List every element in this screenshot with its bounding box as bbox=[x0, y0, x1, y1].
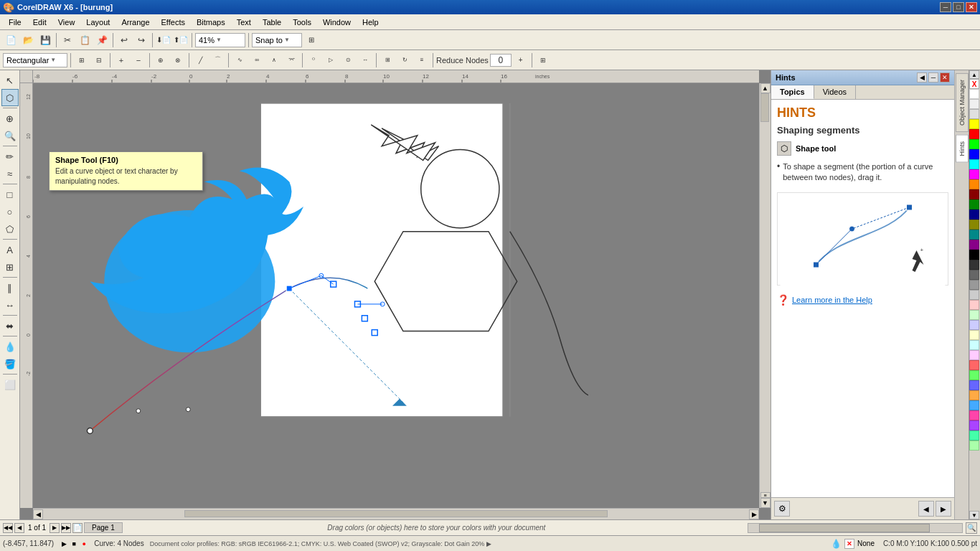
color-swatch-28[interactable] bbox=[969, 370, 979, 380]
color-swatch-22[interactable] bbox=[969, 310, 979, 320]
color-swatch-9[interactable] bbox=[969, 179, 979, 189]
undo-button[interactable]: ↩ bbox=[116, 32, 132, 48]
export-button[interactable]: ⬆📄 bbox=[173, 32, 189, 48]
hscroll-left-button[interactable]: ◀ bbox=[33, 509, 43, 519]
parallel-tool-button[interactable]: ∥ bbox=[1, 279, 19, 296]
blend-tool-button[interactable]: ⬌ bbox=[1, 317, 19, 334]
title-bar-controls[interactable]: ─ □ ✕ bbox=[940, 2, 977, 12]
hints-settings-button[interactable]: ⚙ bbox=[774, 501, 790, 517]
fill-tool-button[interactable]: 🪣 bbox=[1, 355, 19, 372]
hints-learn-more-link[interactable]: Learn more in the Help bbox=[792, 296, 872, 304]
color-swatch-33[interactable] bbox=[969, 420, 979, 430]
freehand-tool-button[interactable]: ✏ bbox=[1, 148, 19, 165]
color-swatch-21[interactable] bbox=[969, 300, 979, 310]
align-nodes-button[interactable]: ≡ bbox=[414, 52, 430, 68]
canvas-area[interactable]: -8 -6 -4 -2 0 2 4 6 8 bbox=[20, 70, 771, 519]
open-button[interactable]: 📂 bbox=[20, 32, 36, 48]
menu-item-tools[interactable]: Tools bbox=[287, 17, 317, 28]
close-button[interactable]: ✕ bbox=[966, 2, 977, 12]
color-swatch-23[interactable] bbox=[969, 320, 979, 330]
menu-item-help[interactable]: Help bbox=[357, 17, 385, 28]
scroll-down-button[interactable]: ▼ bbox=[760, 498, 771, 508]
record-btn[interactable]: ● bbox=[80, 540, 88, 548]
color-swatch-24[interactable] bbox=[969, 330, 979, 340]
copy-button[interactable]: 📋 bbox=[77, 32, 93, 48]
cusp-node-button[interactable]: ∧ bbox=[266, 52, 282, 68]
maximize-button[interactable]: □ bbox=[953, 2, 964, 12]
zoom-dropdown[interactable]: 41% ▼ bbox=[195, 33, 245, 47]
menu-item-file[interactable]: File bbox=[3, 17, 27, 28]
tab-videos[interactable]: Videos bbox=[814, 85, 856, 99]
color-swatch-20[interactable] bbox=[969, 290, 979, 300]
snap-options-button[interactable]: ⊞ bbox=[303, 32, 319, 48]
tab-topics[interactable]: Topics bbox=[771, 85, 814, 99]
color-swatch-13[interactable] bbox=[969, 220, 979, 230]
menu-item-edit[interactable]: Edit bbox=[27, 17, 52, 28]
hints-prev-button[interactable]: ◀ bbox=[918, 501, 934, 517]
vertical-scrollbar[interactable]: ▲ ≡ ▼ bbox=[759, 83, 771, 508]
color-swatch-31[interactable] bbox=[969, 400, 979, 410]
color-none[interactable]: X bbox=[969, 79, 979, 89]
menu-item-bitmaps[interactable]: Bitmaps bbox=[191, 17, 231, 28]
color-swatch-5[interactable] bbox=[969, 139, 979, 149]
page-prev-btn[interactable]: ◀ bbox=[14, 523, 24, 533]
rectangle-tool-button[interactable]: □ bbox=[1, 186, 19, 203]
color-swatch-3[interactable] bbox=[969, 119, 979, 129]
minimize-button[interactable]: ─ bbox=[940, 2, 951, 12]
redo-button[interactable]: ↪ bbox=[133, 32, 149, 48]
polygon-tool-button[interactable]: ⬠ bbox=[1, 220, 19, 237]
color-swatch-16[interactable] bbox=[969, 250, 979, 260]
color-swatch-27[interactable] bbox=[969, 360, 979, 370]
scroll-resize-handle[interactable]: ≡ bbox=[760, 492, 771, 498]
hints-next-button[interactable]: ▶ bbox=[936, 501, 951, 517]
outline-tool-button[interactable]: ⬜ bbox=[1, 376, 19, 393]
menu-item-text[interactable]: Text bbox=[231, 17, 257, 28]
save-button[interactable]: 💾 bbox=[37, 32, 53, 48]
add-page-btn[interactable]: 📄 bbox=[72, 523, 83, 533]
select-tool-button[interactable]: ↖ bbox=[1, 72, 19, 89]
select-shape-button[interactable]: ▷ bbox=[323, 52, 339, 68]
color-swatch-17[interactable] bbox=[969, 260, 979, 270]
hscroll-right-button[interactable]: ▶ bbox=[749, 509, 759, 519]
color-swatch-10[interactable] bbox=[969, 189, 979, 199]
shape-tool-button[interactable]: ⬡ bbox=[1, 89, 19, 106]
menu-item-effects[interactable]: Effects bbox=[156, 17, 191, 28]
color-swatch-25[interactable] bbox=[969, 340, 979, 350]
smartdraw-tool-button[interactable]: ≈ bbox=[1, 165, 19, 182]
palette-scroll-down[interactable]: ▼ bbox=[969, 511, 979, 519]
hscroll-inner-thumb[interactable] bbox=[759, 524, 930, 532]
color-swatch-34[interactable] bbox=[969, 430, 979, 441]
color-swatch-0[interactable] bbox=[969, 89, 979, 99]
menu-item-table[interactable]: Table bbox=[257, 17, 287, 28]
fill-indicator[interactable]: ✕ bbox=[844, 539, 854, 549]
color-swatch-8[interactable] bbox=[969, 169, 979, 179]
object-manager-tab[interactable]: Object Manager bbox=[956, 73, 969, 132]
drawing-surface[interactable]: Shape Tool (F10) Edit a curve object or … bbox=[33, 83, 759, 508]
connector-tool-button[interactable]: ↔ bbox=[1, 296, 19, 314]
color-swatch-11[interactable] bbox=[969, 199, 979, 209]
color-swatch-19[interactable] bbox=[969, 280, 979, 290]
hints-learn-more-row[interactable]: ❓ Learn more in the Help bbox=[777, 291, 948, 309]
menu-item-view[interactable]: View bbox=[52, 17, 81, 28]
color-swatch-15[interactable] bbox=[969, 240, 979, 250]
page-tab-btn[interactable]: Page 1 bbox=[84, 522, 123, 533]
paste-button[interactable]: 📌 bbox=[94, 32, 110, 48]
zoom-magnifier-btn[interactable]: 🔍 bbox=[966, 522, 977, 534]
color-swatch-32[interactable] bbox=[969, 410, 979, 420]
ellipse-tool-button[interactable]: ○ bbox=[1, 203, 19, 220]
break-nodes-button[interactable]: ⊗ bbox=[170, 52, 186, 68]
page-scroll-right-btn[interactable]: ▶▶ bbox=[61, 523, 71, 533]
curve-type-dropdown[interactable]: Rectangular ▼ bbox=[3, 53, 67, 67]
color-swatch-26[interactable] bbox=[969, 350, 979, 360]
palette-scroll-up[interactable]: ▲ bbox=[969, 70, 979, 79]
hints-minimize-button[interactable]: ─ bbox=[928, 72, 938, 83]
hints-close-button[interactable]: ✕ bbox=[940, 72, 950, 83]
cut-button[interactable]: ✂ bbox=[60, 32, 75, 48]
reduce-nodes-apply-button[interactable]: + bbox=[513, 52, 529, 68]
new-button[interactable]: 📄 bbox=[3, 32, 19, 48]
page-scroll-left-btn[interactable]: ◀◀ bbox=[3, 523, 13, 533]
horizontal-scrollbar[interactable]: ◀ ▶ bbox=[33, 508, 759, 519]
color-swatch-30[interactable] bbox=[969, 390, 979, 400]
select-all-nodes-button[interactable]: ⊞ bbox=[74, 52, 90, 68]
scroll-track[interactable] bbox=[760, 93, 771, 492]
